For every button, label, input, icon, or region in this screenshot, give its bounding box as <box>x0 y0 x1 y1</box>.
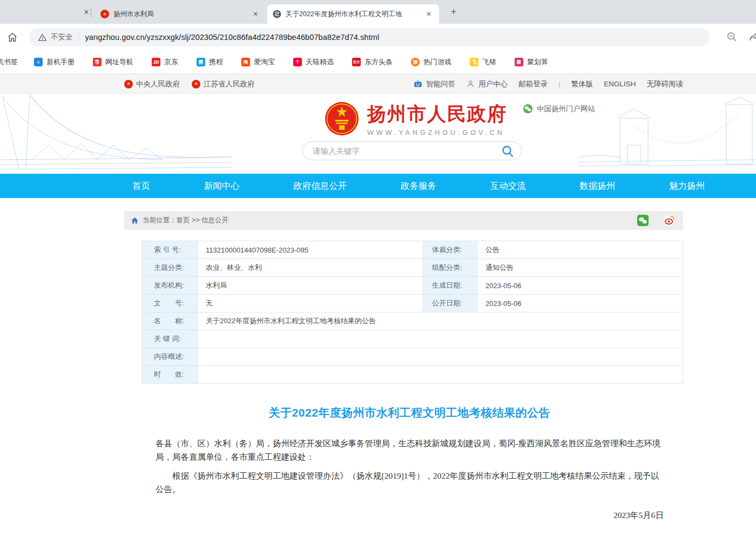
nav-data[interactable]: 数据扬州 <box>579 180 615 192</box>
link-traditional-chinese[interactable]: 繁体版 <box>571 79 593 89</box>
gov-top-band: ★ 中央人民政府 ★ 江苏省人民政府 智能问答 用户中心 邮箱登录 <box>0 74 756 94</box>
content-area: 当前位置：首页 >> 信息公开 索 引 号: 11321000014407098… <box>124 211 683 538</box>
zoom-out-icon[interactable] <box>726 31 738 43</box>
meta-value: 公告 <box>477 241 683 259</box>
meta-label: 生成日期: <box>423 277 477 295</box>
weibo-share-icon[interactable] <box>663 214 676 227</box>
bookmark-favicon: T <box>293 58 302 66</box>
tab-announcement-active[interactable]: 关于2022年度扬州市水利工程文明工地 ✕ <box>267 4 439 24</box>
bookmark-item[interactable]: 飞 飞猪 <box>470 57 496 67</box>
meta-label: 索 引 号: <box>142 241 198 259</box>
browser-tab-strip: ✕ ★ 扬州市水利局 ✕ 关于2022年度扬州市水利工程文明工地 ✕ + <box>0 0 756 24</box>
bookmark-item[interactable]: T 天猫精选 <box>293 57 334 67</box>
share-icon[interactable] <box>748 31 756 43</box>
meta-value: 2023-05-06 <box>477 277 683 295</box>
nav-news[interactable]: 新闻中心 <box>204 180 240 192</box>
user-icon <box>466 79 475 88</box>
table-row: 文 号: 无 公开日期: 2023-05-06 <box>142 295 683 312</box>
link-accessibility[interactable]: 无障碍阅读 <box>647 79 684 89</box>
tab-water-bureau[interactable]: ★ 扬州市水利局 ✕ <box>95 4 266 24</box>
url-text: yangzhou.gov.cn/yzszxxgk/slj/202305/210c… <box>85 33 380 42</box>
nav-home[interactable]: 首页 <box>132 180 150 192</box>
table-row: 内容概述: <box>142 348 683 366</box>
meta-value: 关于2022年度扬州市水利工程文明工地考核结果的公告 <box>198 312 683 330</box>
article-date: 2023年5月6日 <box>156 510 664 521</box>
home-icon[interactable] <box>3 28 22 46</box>
tab-divider <box>91 9 91 17</box>
gov-emblem-icon: ★ <box>124 80 133 88</box>
address-bar: 不安全 yangzhou.gov.cn/yzszxxgk/slj/202305/… <box>0 24 756 51</box>
bookmark-item[interactable]: 携 携程 <box>197 57 223 67</box>
bookmark-item[interactable]: 淘 爱淘宝 <box>241 57 275 67</box>
tab-title: 扬州市水利局 <box>113 10 246 19</box>
bookmark-item[interactable]: 导 网址导航 <box>93 57 133 67</box>
breadcrumb: 当前位置：首页 >> 信息公开 <box>124 211 683 230</box>
meta-label: 关 键 词: <box>142 330 198 348</box>
bookmark-item[interactable]: 东方 东方头条 <box>352 57 393 67</box>
close-icon[interactable]: ✕ <box>251 9 260 19</box>
meta-label: 文 号: <box>142 295 198 312</box>
close-icon[interactable]: ✕ <box>424 9 434 19</box>
search-icon[interactable] <box>501 144 515 158</box>
nav-charm[interactable]: 魅力扬州 <box>669 180 705 192</box>
table-row: 主题分类: 农业、林业、水利 组配分类: 通知公告 <box>142 259 683 277</box>
url-omnibox[interactable]: 不安全 yangzhou.gov.cn/yzszxxgk/slj/202305/… <box>29 28 710 46</box>
tab-title: 关于2022年度扬州市水利工程文明工地 <box>286 10 420 19</box>
article-paragraph: 各县（市、区）水利（务）局，扬州经济开发区城乡事务管理局，生态科技新城规划建设局… <box>156 437 664 464</box>
table-row: 索 引 号: 11321000014407098E-2023-095 体裁分类:… <box>142 241 683 259</box>
bookmark-favicon: 携 <box>197 58 205 66</box>
nav-services[interactable]: 政务服务 <box>401 180 436 192</box>
meta-value: 2023-05-06 <box>477 295 683 312</box>
portal-badge[interactable]: 中国扬州门户网站 <box>523 104 595 114</box>
close-icon[interactable]: ✕ <box>81 6 92 17</box>
gov-emblem-icon: ★ <box>192 80 200 88</box>
wechat-globe-icon <box>523 104 533 114</box>
link-user-center[interactable]: 用户中心 <box>466 79 508 89</box>
bookmark-favicon: 东方 <box>352 58 361 66</box>
link-smart-qa[interactable]: 智能问答 <box>413 79 455 89</box>
search-input[interactable] <box>313 147 501 155</box>
nav-info-disclosure[interactable]: 政府信息公开 <box>293 180 347 192</box>
meta-value <box>198 330 683 348</box>
table-row: 时 效: <box>142 366 683 384</box>
not-secure-warning-icon <box>38 33 47 42</box>
new-tab-button[interactable]: + <box>447 5 460 18</box>
meta-label: 组配分类: <box>423 259 477 277</box>
link-mail-login[interactable]: 邮箱登录 <box>518 79 548 89</box>
home-icon[interactable] <box>131 216 139 224</box>
meta-value <box>198 366 683 384</box>
bookmark-favicon: 飞 <box>470 58 478 66</box>
wechat-share-icon[interactable] <box>637 214 649 227</box>
article-paragraph: 根据《扬州市水利工程文明工地建设管理办法》（扬水规[2019]1号），2022年… <box>156 469 664 496</box>
bookmark-favicon: 导 <box>93 58 102 66</box>
site-banner: 扬州市人民政府 WWW.YANGZHOU.GOV.CN 中国扬州门户网站 <box>0 94 756 174</box>
bookmark-favicon: 淘 <box>241 58 250 66</box>
bookmark-item[interactable]: ≡ 新机手册 <box>34 57 75 67</box>
separator: | <box>558 80 560 88</box>
bookmark-item[interactable]: 游 热门游戏 <box>411 57 451 67</box>
site-search <box>302 141 522 160</box>
meta-value: 通知公告 <box>477 259 683 277</box>
nav-interaction[interactable]: 互动交流 <box>490 180 526 192</box>
meta-label: 内容概述: <box>142 348 198 366</box>
article-title: 关于2022年度扬州市水利工程文明工地考核结果的公告 <box>156 405 664 420</box>
bookmark-favicon: JD <box>152 58 160 66</box>
link-jiangsu-gov[interactable]: ★ 江苏省人民政府 <box>192 79 255 89</box>
bookmark-item[interactable]: 机书签 <box>0 57 18 67</box>
site-logo[interactable]: 扬州市人民政府 WWW.YANGZHOU.GOV.CN <box>324 101 507 137</box>
bookmark-item[interactable]: 聚 聚划算 <box>515 57 548 67</box>
bookmark-item[interactable]: JD 京东 <box>152 57 178 67</box>
bookmarks-bar: 机书签 ≡ 新机手册 导 网址导航 JD 京东 携 携程 淘 爱淘宝 T 天猫精… <box>0 51 756 74</box>
link-english[interactable]: ENGLISH <box>604 80 636 88</box>
meta-label: 时 效: <box>142 366 198 384</box>
meta-label: 发布机构: <box>142 277 198 295</box>
breadcrumb-path: 首页 >> 信息公开 <box>177 216 229 224</box>
bookmark-favicon: ≡ <box>34 58 43 66</box>
meta-value: 11321000014407098E-2023-095 <box>198 241 423 259</box>
meta-label: 名 称: <box>142 312 198 330</box>
breadcrumb-label: 当前位置： <box>143 216 177 224</box>
document-meta-table: 索 引 号: 11321000014407098E-2023-095 体裁分类:… <box>141 241 683 384</box>
meta-label: 公开日期: <box>423 295 477 312</box>
link-central-gov[interactable]: ★ 中央人民政府 <box>124 79 180 89</box>
article-body: 关于2022年度扬州市水利工程文明工地考核结果的公告 各县（市、区）水利（务）局… <box>124 405 683 538</box>
